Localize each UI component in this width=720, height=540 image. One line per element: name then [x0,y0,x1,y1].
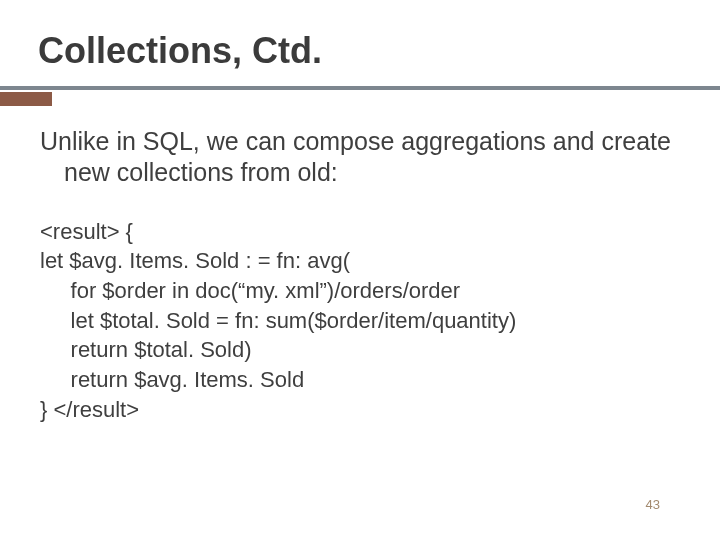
lead-text: Unlike in SQL, we can compose aggregatio… [40,126,680,189]
title-rule [0,86,720,106]
title-area: Collections, Ctd. [38,30,682,82]
page-number: 43 [646,497,660,512]
slide-title: Collections, Ctd. [38,30,682,72]
slide: Collections, Ctd. Unlike in SQL, we can … [0,0,720,540]
body-area: Unlike in SQL, we can compose aggregatio… [40,126,680,424]
rule-accent-block [0,92,52,106]
rule-line [0,86,720,90]
lead-text-span: Unlike in SQL, we can compose aggregatio… [40,126,680,189]
code-block: <result> { let $avg. Items. Sold : = fn:… [40,217,680,425]
